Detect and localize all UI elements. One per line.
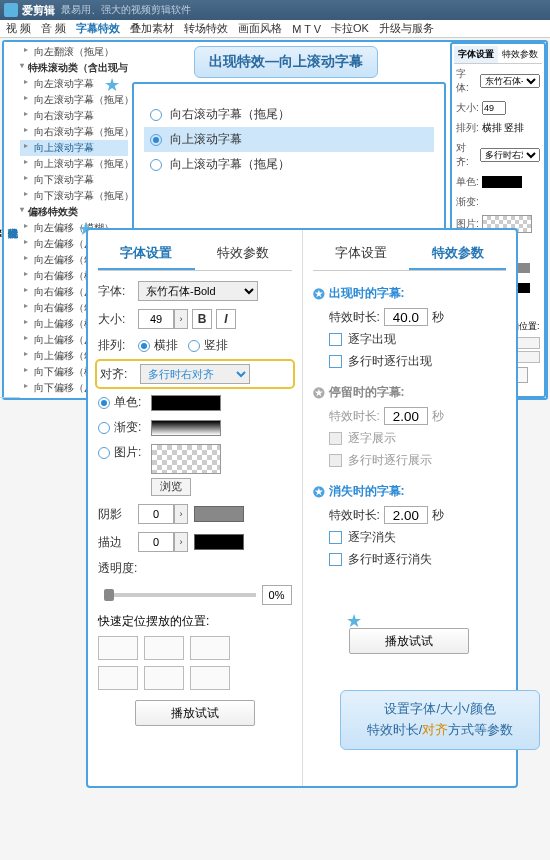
checkbox-disabled	[329, 432, 342, 445]
color-swatch[interactable]	[151, 395, 221, 411]
section-vanish: ✪消失时的字幕: 特效时长:秒 逐字消失 多行时逐行消失	[313, 483, 507, 568]
radio-horizontal[interactable]: 横排	[138, 337, 178, 354]
tree-node[interactable]: 向右滚动字幕（拖尾）	[20, 124, 128, 140]
stepper[interactable]: ›	[174, 504, 188, 524]
tree-node[interactable]: 向右滚动字幕	[20, 108, 128, 124]
side-tab-appear[interactable]: 出现特效	[4, 42, 20, 398]
checkbox[interactable]	[329, 333, 342, 346]
menu-overlay[interactable]: 叠加素材	[130, 21, 174, 36]
play-button[interactable]: 播放试试	[349, 628, 469, 654]
align-select[interactable]: 多行时右对齐	[140, 364, 250, 384]
radio-row[interactable]: 向上滚动字幕（拖尾）	[144, 152, 434, 177]
section-title: 消失时的字幕:	[329, 483, 405, 500]
stroke-input[interactable]	[138, 532, 174, 552]
app-logo	[4, 3, 18, 17]
menu-transition[interactable]: 转场特效	[184, 21, 228, 36]
radio-row[interactable]: 向右滚动字幕（拖尾）	[144, 102, 434, 127]
stroke-label: 描边	[98, 534, 138, 551]
size-stepper[interactable]: ›	[174, 309, 188, 329]
menu-mtv[interactable]: M T V	[292, 23, 321, 35]
font-select[interactable]: 东竹石体-Bold	[480, 74, 540, 88]
size-input[interactable]	[482, 101, 506, 115]
titlebar: 爱剪辑 最易用、强大的视频剪辑软件	[0, 0, 550, 20]
tree-node[interactable]: 向上滚动字幕（拖尾）	[20, 156, 128, 172]
radio-icon	[138, 340, 150, 352]
pos-cell[interactable]	[190, 636, 230, 660]
bold-button[interactable]: B	[192, 309, 212, 329]
arrange-label: 排列:	[456, 121, 480, 135]
radio-picture[interactable]: 图片:	[98, 444, 141, 461]
tab-font-settings[interactable]: 字体设置	[313, 238, 410, 270]
align-select[interactable]: 多行时右对齐	[480, 148, 540, 162]
cb-label: 逐字展示	[348, 430, 396, 447]
effect-radio-list: 向右滚动字幕（拖尾） 向上滚动字幕 向上滚动字幕（拖尾）	[144, 102, 434, 177]
star-icon: ✪	[313, 385, 325, 401]
star-icon: ★	[104, 74, 122, 92]
radio-gradient[interactable]: 渐变:	[98, 419, 141, 436]
gradient-swatch[interactable]	[151, 420, 221, 436]
callout-appear-effect: 出现特效—向上滚动字幕	[194, 46, 378, 78]
tab-fx-params[interactable]: 特效参数	[409, 238, 506, 270]
browse-button[interactable]: 浏览	[151, 478, 191, 496]
duration-input[interactable]	[384, 308, 428, 326]
side-tab-subtitle[interactable]: 字幕特效	[0, 42, 4, 398]
arr-horizontal[interactable]: 横排	[482, 121, 502, 135]
radio-icon	[150, 134, 162, 146]
radio-label: 向右滚动字幕（拖尾）	[170, 106, 290, 123]
shadow-input[interactable]	[138, 504, 174, 524]
tab-fx-params[interactable]: 特效参数	[498, 46, 542, 63]
tree-node[interactable]: 向下滚动字幕	[20, 172, 128, 188]
opacity-label: 透明度:	[98, 560, 148, 577]
menu-upgrade[interactable]: 升级与服务	[379, 21, 434, 36]
align-label: 对齐:	[100, 366, 140, 383]
font-label: 字体:	[456, 67, 478, 95]
menu-karaoke[interactable]: 卡拉OK	[331, 21, 369, 36]
radio-icon	[188, 340, 200, 352]
radio-solid-color[interactable]: 单色:	[98, 394, 141, 411]
cb-label: 逐字消失	[348, 529, 396, 546]
stroke-swatch[interactable]	[194, 534, 244, 550]
tab-font-settings[interactable]: 字体设置	[98, 238, 195, 270]
pos-cell[interactable]	[98, 636, 138, 660]
pos-cell[interactable]	[98, 666, 138, 690]
color-swatch[interactable]	[482, 176, 522, 188]
duration-input[interactable]	[384, 407, 428, 425]
tree-node[interactable]: 向下滚动字幕（拖尾）	[20, 188, 128, 204]
radio-label: 向上滚动字幕	[170, 131, 242, 148]
pos-cell[interactable]	[190, 666, 230, 690]
stepper[interactable]: ›	[174, 532, 188, 552]
tree-category[interactable]: 偏移特效类	[20, 204, 128, 220]
position-grid	[98, 636, 292, 690]
checkbox[interactable]	[329, 355, 342, 368]
slider-thumb[interactable]	[104, 589, 114, 601]
opacity-value[interactable]	[262, 585, 292, 605]
checkbox[interactable]	[329, 531, 342, 544]
align-label: 对齐:	[456, 141, 478, 169]
menu-style[interactable]: 画面风格	[238, 21, 282, 36]
pos-cell[interactable]	[144, 636, 184, 660]
radio-icon	[98, 447, 110, 459]
italic-button[interactable]: I	[216, 309, 236, 329]
opacity-slider[interactable]	[104, 593, 256, 597]
size-input[interactable]	[138, 309, 174, 329]
pos-cell[interactable]	[144, 666, 184, 690]
duration-input[interactable]	[384, 506, 428, 524]
tab-fx-params[interactable]: 特效参数	[195, 238, 292, 270]
shadow-label: 阴影	[98, 506, 138, 523]
radio-row-selected[interactable]: 向上滚动字幕	[144, 127, 434, 152]
tree-node[interactable]: 向左翻滚（拖尾）	[20, 44, 128, 60]
menu-audio[interactable]: 音 频	[41, 21, 66, 36]
menu-video[interactable]: 视 频	[6, 21, 31, 36]
menu-subtitle-fx[interactable]: 字幕特效	[76, 21, 120, 36]
font-select[interactable]: 东竹石体-Bold	[138, 281, 258, 301]
shadow-swatch[interactable]	[194, 506, 244, 522]
checkbox-disabled	[329, 454, 342, 467]
play-button[interactable]: 播放试试	[135, 700, 255, 726]
tab-font-settings[interactable]: 字体设置	[454, 46, 498, 63]
arr-vertical[interactable]: 竖排	[504, 121, 524, 135]
popup-right-tabs: 字体设置 特效参数	[313, 238, 507, 271]
tree-node-selected[interactable]: 向上滚动字幕	[20, 140, 128, 156]
radio-vertical[interactable]: 竖排	[188, 337, 228, 354]
checkbox[interactable]	[329, 553, 342, 566]
cb-label: 逐字出现	[348, 331, 396, 348]
